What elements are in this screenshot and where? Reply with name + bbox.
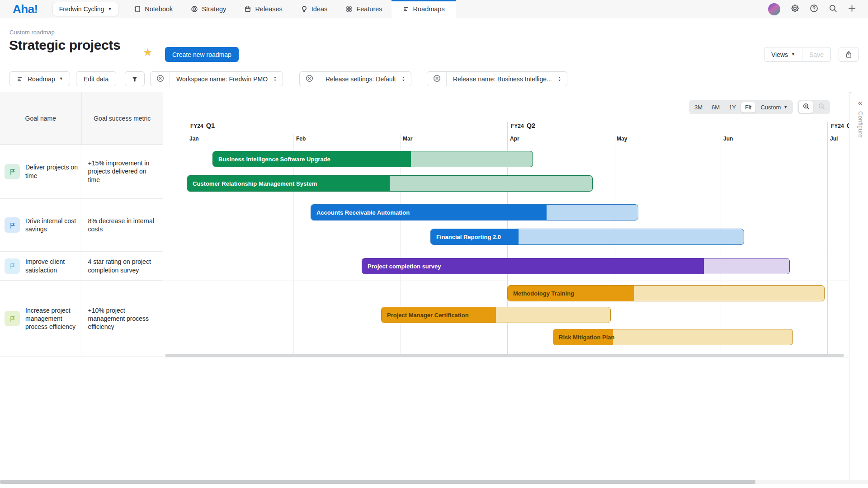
gantt-bar[interactable]: Business Intelligence Software Upgrade xyxy=(212,151,533,167)
goal-metric-cell[interactable]: 4 star rating on project completion surv… xyxy=(81,252,163,280)
ideas-icon xyxy=(301,5,308,13)
gantt-bar[interactable]: Risk Mitigation Plan xyxy=(553,329,793,345)
table-header-row: Goal name Goal success metric xyxy=(0,92,163,145)
share-button[interactable] xyxy=(839,47,859,62)
zoom-option-label: 3M xyxy=(694,104,703,111)
quarter-fy-text: FY24 xyxy=(511,123,524,129)
chart-grid-hline xyxy=(163,144,849,144)
roadmaps-icon xyxy=(402,5,410,13)
gantt-bar-label: Customer Relationship Management System xyxy=(193,176,317,191)
filter-button[interactable] xyxy=(125,71,145,86)
month-label: Jul xyxy=(830,136,838,142)
nav-tab-ideas[interactable]: Ideas xyxy=(292,0,336,18)
zoom-option-1y[interactable]: 1Y xyxy=(725,102,740,113)
zoom-option-3m[interactable]: 3M xyxy=(690,102,707,113)
zoom-out-button[interactable] xyxy=(814,101,829,113)
quarter-fy-text: FY24 xyxy=(831,123,844,129)
filter-pill-label[interactable]: Release settings: Default xyxy=(319,75,401,83)
workspace-switcher-button[interactable]: Fredwin Cycling ▼ xyxy=(52,2,119,16)
gantt-bar-label: Business Intelligence Software Upgrade xyxy=(218,151,330,167)
month-label: Apr xyxy=(510,136,519,142)
chart-quarter-line xyxy=(827,122,828,357)
goal-name-text: Deliver projects on time xyxy=(25,163,81,179)
zoom-option-label: 6M xyxy=(712,104,720,111)
zoom-option-custom[interactable]: Custom▼ xyxy=(756,102,792,113)
gantt-bar[interactable]: Accounts Receivable Automation xyxy=(311,204,638,221)
remove-circle-icon xyxy=(156,75,164,84)
nav-tab-roadmaps[interactable]: Roadmaps xyxy=(392,0,456,18)
month-label: Jan xyxy=(189,136,199,142)
create-new-roadmap-button[interactable]: Create new roadmap xyxy=(165,47,239,62)
nav-tab-releases[interactable]: Releases xyxy=(235,0,291,18)
configure-tab[interactable]: Configure xyxy=(857,111,864,138)
zoom-in-icon xyxy=(802,103,810,112)
goal-name-cell[interactable]: Drive internal cost savings xyxy=(0,199,81,251)
goal-flag-icon xyxy=(5,217,20,233)
gantt-bar[interactable]: Project Manager Certification xyxy=(381,307,611,323)
remove-filter-button[interactable] xyxy=(151,72,170,86)
chevrons-left-icon[interactable]: « xyxy=(856,99,865,108)
gantt-bar[interactable]: Methodology Training xyxy=(507,285,825,301)
chart-quarter-line xyxy=(187,122,187,357)
notebook-icon xyxy=(134,5,141,13)
filter-pill-label[interactable]: Release name: Business Intellige... xyxy=(447,75,557,83)
funnel-icon xyxy=(131,75,138,83)
help-icon xyxy=(810,4,818,14)
goal-name-cell[interactable]: Deliver projects on time xyxy=(0,145,81,198)
goal-row[interactable]: Increase project management process effi… xyxy=(0,281,163,357)
search-icon xyxy=(829,4,837,14)
goal-metric-cell[interactable]: +15% improvement in projects delivered o… xyxy=(81,145,163,198)
aha-logo[interactable]: Aha! xyxy=(13,2,38,16)
goal-name-cell[interactable]: Increase project management process effi… xyxy=(0,281,81,357)
zoom-option-fit[interactable]: Fit xyxy=(741,102,755,113)
chart-row-separator xyxy=(163,252,849,252)
goal-metric-cell[interactable]: 8% decrease in internal costs xyxy=(81,199,163,251)
goal-row[interactable]: Drive internal cost savings8% decrease i… xyxy=(0,199,163,252)
goal-metric-cell[interactable]: +10% project management process efficien… xyxy=(81,281,163,357)
filter-pill-label[interactable]: Workspace name: Fredwin PMO xyxy=(170,75,272,83)
edit-data-button[interactable]: Edit data xyxy=(76,71,116,86)
filter-pill[interactable]: Release name: Business Intellige... xyxy=(427,71,567,86)
gantt-bar[interactable]: Project completion survey xyxy=(362,258,790,274)
remove-filter-button[interactable] xyxy=(300,72,319,86)
gantt-bar[interactable]: Customer Relationship Management System xyxy=(187,175,593,192)
horizontal-scrollbar-thumb[interactable] xyxy=(0,480,755,484)
remove-circle-icon xyxy=(433,75,441,84)
gantt-bar[interactable]: Financial Reporting 2.0 xyxy=(430,229,744,245)
zoom-in-button[interactable] xyxy=(799,101,813,113)
views-save-group: Views ▼ Save xyxy=(764,47,831,62)
gantt-bar-label: Project completion survey xyxy=(368,258,441,274)
goals-table: Goal name Goal success metric Deliver pr… xyxy=(0,92,163,480)
goal-row[interactable]: Deliver projects on time+15% improvement… xyxy=(0,145,163,199)
plus-button[interactable] xyxy=(848,4,856,14)
filter-pill[interactable]: Release settings: Default xyxy=(299,71,411,86)
nav-tab-features[interactable]: Features xyxy=(336,0,391,18)
month-label: Mar xyxy=(403,136,412,142)
goal-row[interactable]: Improve client satisfaction4 star rating… xyxy=(0,252,163,281)
plus-icon xyxy=(848,4,856,14)
nav-tab-strategy[interactable]: Strategy xyxy=(182,0,235,18)
zoom-option-label: 1Y xyxy=(729,104,736,111)
roadmap-type-button[interactable]: Roadmap ▼ xyxy=(9,71,70,86)
month-label: Feb xyxy=(296,136,306,142)
zoom-buttons xyxy=(797,100,830,114)
remove-filter-button[interactable] xyxy=(427,72,447,86)
filter-updown-icon xyxy=(272,75,283,82)
column-header-goal-success-metric: Goal success metric xyxy=(82,92,163,144)
goal-name-cell[interactable]: Improve client satisfaction xyxy=(0,252,81,280)
gantt-bar-label: Project Manager Certification xyxy=(387,307,469,323)
search-button[interactable] xyxy=(829,4,837,14)
gear-button[interactable] xyxy=(791,4,799,14)
nav-tab-notebook[interactable]: Notebook xyxy=(125,0,182,18)
filter-pill[interactable]: Workspace name: Fredwin PMO xyxy=(150,71,283,86)
favorite-star-icon[interactable]: ★ xyxy=(143,46,153,59)
configure-panel-collapsed: « Configure xyxy=(852,92,868,480)
save-button[interactable]: Save xyxy=(802,47,830,61)
nav-tabs: NotebookStrategyReleasesIdeasFeaturesRoa… xyxy=(125,0,455,18)
user-avatar[interactable] xyxy=(768,3,780,15)
help-button[interactable] xyxy=(810,4,818,14)
gantt-scrollbar-thumb[interactable] xyxy=(165,354,844,357)
views-button[interactable]: Views ▼ xyxy=(764,47,802,61)
zoom-option-6m[interactable]: 6M xyxy=(708,102,724,113)
chart-month-line xyxy=(400,134,401,357)
